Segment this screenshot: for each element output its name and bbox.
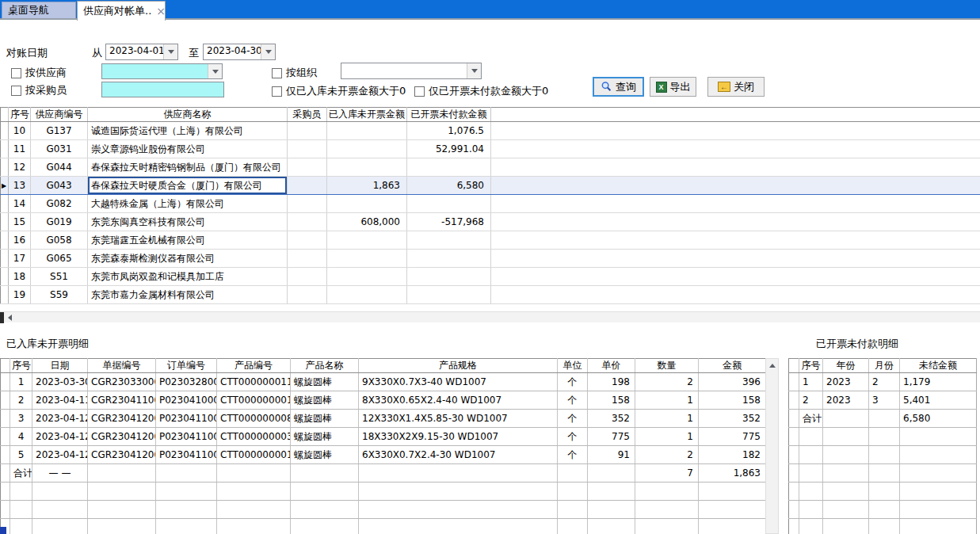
cell[interactable]: 14: [9, 195, 31, 213]
cell[interactable]: 19: [9, 286, 31, 304]
cell[interactable]: 6X330X0.7X2.4-30 WD1007: [359, 446, 558, 464]
column-header-product-spec[interactable]: 产品规格: [359, 359, 558, 373]
cell[interactable]: 2: [635, 446, 699, 464]
chevron-down-icon[interactable]: [163, 44, 177, 59]
cell[interactable]: [1, 501, 10, 519]
cell[interactable]: [823, 410, 869, 428]
cell[interactable]: [699, 519, 766, 534]
cell[interactable]: [491, 140, 980, 158]
cell[interactable]: 396: [699, 373, 766, 391]
cell[interactable]: 合计: [799, 410, 823, 428]
cell[interactable]: 16: [9, 231, 31, 250]
cell[interactable]: [1, 250, 9, 268]
table-row[interactable]: 2202335,401: [789, 391, 977, 410]
cell[interactable]: [869, 519, 900, 534]
cell[interactable]: [588, 519, 635, 534]
cell[interactable]: 1,179: [900, 373, 977, 391]
cell[interactable]: 6,580: [407, 177, 491, 195]
only-invoiced-checkbox[interactable]: 仅已开票未付款金额大于0: [414, 84, 548, 98]
by-buyer-checkbox[interactable]: 按采购员: [11, 83, 67, 97]
checkbox-box[interactable]: [414, 86, 425, 97]
cell[interactable]: 15: [9, 213, 31, 231]
cell[interactable]: [491, 250, 980, 268]
cell[interactable]: [799, 519, 823, 534]
cell[interactable]: [823, 464, 869, 483]
cell[interactable]: [789, 391, 799, 410]
cell[interactable]: [1, 158, 9, 177]
table-row[interactable]: 合计— —71,863: [1, 464, 766, 483]
table-row[interactable]: 10G137诚造国际货运代理（上海）有限公司1,076.5: [1, 122, 980, 140]
cell[interactable]: [635, 483, 699, 501]
scroll-left-icon[interactable]: [8, 315, 12, 321]
column-header-inbound-amount[interactable]: 已入库未开票金额: [327, 108, 407, 122]
cell[interactable]: 2: [635, 373, 699, 391]
cell[interactable]: [900, 519, 977, 534]
cell[interactable]: 2: [869, 373, 900, 391]
empty-row[interactable]: [789, 501, 977, 519]
cell[interactable]: 13: [9, 177, 31, 195]
cell[interactable]: 大越特殊金属（上海）有限公司: [88, 195, 288, 213]
cell[interactable]: [88, 501, 156, 519]
cell[interactable]: [291, 464, 359, 483]
cell[interactable]: [88, 483, 156, 501]
cell[interactable]: 4: [10, 428, 32, 446]
cell[interactable]: [407, 286, 491, 304]
cell[interactable]: 螺旋圆棒: [291, 446, 359, 464]
cell[interactable]: G031: [31, 140, 88, 158]
cell[interactable]: [491, 195, 980, 213]
cell[interactable]: [407, 158, 491, 177]
cell[interactable]: [217, 483, 291, 501]
table-row[interactable]: 18S51东莞市凤岗双盈和记模具加工店: [1, 268, 980, 286]
horizontal-scrollbar[interactable]: [0, 311, 980, 322]
column-header-order-no[interactable]: 订单编号: [156, 359, 217, 373]
query-button[interactable]: 查询: [593, 77, 644, 97]
column-header-doc-no[interactable]: 单据编号: [88, 359, 156, 373]
cell[interactable]: [799, 464, 823, 483]
cell[interactable]: 1: [10, 373, 32, 391]
table-row[interactable]: 11G031崇义章源钨业股份有限公司52,991.04: [1, 140, 980, 158]
cell[interactable]: [823, 501, 869, 519]
cell[interactable]: [799, 446, 823, 464]
cell[interactable]: 182: [699, 446, 766, 464]
empty-row[interactable]: [789, 428, 977, 446]
cell[interactable]: 个: [558, 391, 588, 410]
cell[interactable]: [1, 483, 10, 501]
cell[interactable]: 12: [9, 158, 31, 177]
table-row[interactable]: 52023-04-12CGR230412006P0230411002CTT000…: [1, 446, 766, 464]
cell[interactable]: G082: [31, 195, 88, 213]
cell[interactable]: [407, 231, 491, 250]
close-button[interactable]: ← 关闭: [707, 77, 765, 97]
cell[interactable]: [491, 158, 980, 177]
cell[interactable]: P0230411002: [156, 428, 217, 446]
cell[interactable]: [799, 428, 823, 446]
cell[interactable]: [1, 464, 10, 483]
cell[interactable]: [1, 268, 9, 286]
cell[interactable]: [327, 268, 407, 286]
cell[interactable]: [699, 483, 766, 501]
cell[interactable]: [869, 483, 900, 501]
cell[interactable]: [288, 286, 327, 304]
cell[interactable]: 352: [588, 410, 635, 428]
chevron-down-icon[interactable]: [467, 63, 481, 78]
scroll-up-icon[interactable]: [766, 359, 778, 372]
column-header-product-name[interactable]: 产品名称: [291, 359, 359, 373]
cell[interactable]: [407, 250, 491, 268]
empty-row[interactable]: [1, 501, 766, 519]
cell[interactable]: [869, 410, 900, 428]
cell[interactable]: [869, 446, 900, 464]
column-header-month[interactable]: 月份: [869, 359, 900, 373]
cell[interactable]: [900, 428, 977, 446]
column-header-amount[interactable]: 金额: [699, 359, 766, 373]
chevron-down-icon[interactable]: [261, 44, 275, 59]
cell[interactable]: 东莞东闽真空科技有限公司: [88, 213, 288, 231]
column-header-seq[interactable]: 序号: [9, 108, 31, 122]
cell[interactable]: P0230328006: [156, 373, 217, 391]
cell[interactable]: 诚造国际货运代理（上海）有限公司: [88, 122, 288, 140]
cell[interactable]: -517,968: [407, 213, 491, 231]
cell[interactable]: [359, 464, 558, 483]
cell[interactable]: [869, 464, 900, 483]
table-row[interactable]: 1202321,179: [789, 373, 977, 391]
cell[interactable]: 2023-04-12: [32, 410, 88, 428]
cell[interactable]: [789, 464, 799, 483]
cell[interactable]: [900, 483, 977, 501]
